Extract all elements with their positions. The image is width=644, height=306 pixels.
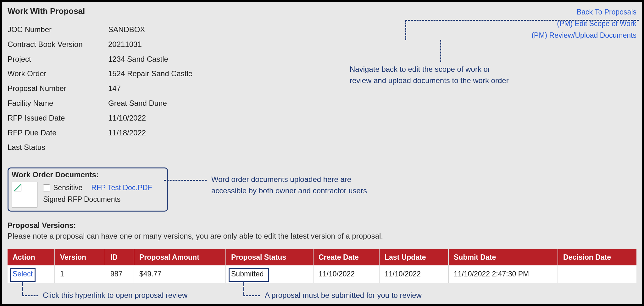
col-action: Action (8, 249, 55, 265)
cell-submit-date: 11/10/2022 2:47:30 PM (448, 265, 558, 283)
col-submit: Submit Date (448, 249, 558, 265)
back-to-proposals-link[interactable]: Back To Proposals (531, 6, 636, 18)
annotation-connector (164, 180, 207, 181)
project-label: Project (8, 54, 108, 65)
joc-number-label: JOC Number (8, 24, 108, 35)
edit-scope-link[interactable]: (PM) Edit Scope of Work (531, 18, 636, 30)
col-decision: Decision Date (558, 249, 636, 265)
col-lastu: Last Update (379, 249, 448, 265)
col-id: ID (105, 249, 134, 265)
annotation-text-docs: Word order documents uploaded here are a… (211, 174, 367, 196)
col-amount: Proposal Amount (134, 249, 226, 265)
col-version: Version (55, 249, 105, 265)
cell-version: 1 (55, 265, 105, 283)
proposal-versions-note: Please note a proposal can have one or m… (8, 232, 636, 241)
work-order-label: Work Order (8, 68, 108, 79)
contract-book-label: Contract Book Version (8, 39, 108, 50)
rfp-issued-value: 11/10/2022 (108, 113, 636, 124)
facility-name-value: Great Sand Dune (108, 98, 636, 109)
document-type-label: Signed RFP Documents (43, 195, 152, 204)
cell-decision-date (558, 265, 636, 283)
nav-links: Back To Proposals (PM) Edit Scope of Wor… (531, 6, 636, 41)
cell-last-update: 11/10/2022 (379, 265, 448, 283)
work-order-documents-title: Work Order Documents: (12, 170, 164, 179)
cell-create: 11/10/2022 (313, 265, 379, 283)
table-row: Select 1 987 $49.77 Submitted 11/10/2022… (8, 265, 636, 283)
cell-amount: $49.77 (134, 265, 226, 283)
work-order-documents-section: Work Order Documents: Sensitive RFP Test… (8, 167, 168, 212)
annotation-connector (243, 282, 244, 296)
annotation-text-nav: Navigate back to edit the scope of work … (350, 64, 509, 86)
annotation-connector (243, 295, 260, 296)
select-link[interactable]: Select (13, 270, 33, 278)
sensitive-label: Sensitive (53, 184, 82, 192)
rfp-issued-label: RFP Issued Date (8, 113, 108, 124)
review-upload-link[interactable]: (PM) Review/Upload Documents (531, 30, 636, 41)
col-status: Proposal Status (226, 249, 313, 265)
annotation-connector (22, 295, 38, 296)
proposal-versions-table: Action Version ID Proposal Amount Propos… (8, 249, 636, 283)
project-value: 1234 Sand Castle (108, 54, 636, 65)
proposal-versions-title: Proposal Versions: (8, 221, 636, 230)
last-status-value (108, 142, 636, 153)
proposal-number-label: Proposal Number (8, 83, 108, 94)
cell-status: Submitted (226, 265, 313, 283)
annotation-text-submitted: A proposal must be submitted for you to … (265, 291, 422, 300)
sensitive-checkbox[interactable] (43, 184, 50, 191)
facility-name-label: Facility Name (8, 98, 108, 109)
cell-id: 987 (105, 265, 134, 283)
rfp-due-value: 11/18/2022 (108, 128, 636, 139)
col-create: Create Date (313, 249, 379, 265)
proposal-info-grid: JOC Number SANDBOX Contract Book Version… (8, 24, 636, 153)
document-thumbnail-icon[interactable] (12, 182, 37, 207)
rfp-due-label: RFP Due Date (8, 128, 108, 139)
annotation-text-select: Click this hyperlink to open proposal re… (43, 291, 187, 300)
table-header-row: Action Version ID Proposal Amount Propos… (8, 249, 636, 265)
annotation-connector (22, 282, 23, 296)
document-link[interactable]: RFP Test Doc.PDF (91, 184, 152, 192)
last-status-label: Last Status (8, 142, 108, 153)
